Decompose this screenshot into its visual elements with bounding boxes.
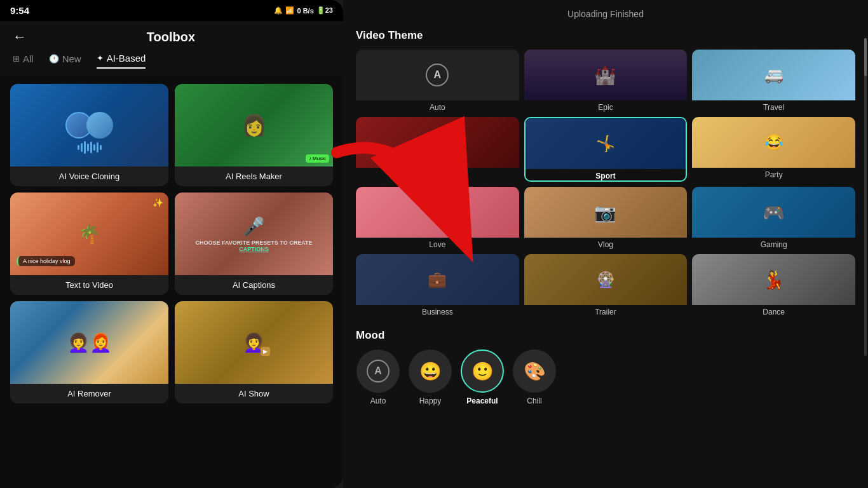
tool-thumb-ai-voice-cloning (10, 84, 168, 166)
theme-thumb-trailer (524, 254, 688, 305)
theme-thumb-party (692, 117, 855, 168)
tool-label-text-to-video: Text to Video (10, 275, 168, 295)
mood-label-auto: Auto (370, 396, 386, 405)
mood-card-auto[interactable]: A Auto (356, 349, 400, 405)
mood-title: Mood (356, 329, 855, 342)
theme-card-party[interactable]: Party (692, 117, 855, 182)
right-panel: Uploading Finished Video Theme A Auto Ep… (343, 0, 868, 488)
tool-label-ai-remover: AI Remover (10, 384, 168, 403)
tool-card-ai-voice-cloning[interactable]: AI Voice Cloning (10, 84, 168, 186)
mood-card-peaceful[interactable]: 🙂 Peaceful (460, 349, 505, 405)
palm-tree-icon: 🌴 (78, 224, 100, 245)
captions-instruction: CHOOSE FAVORITE PRESETS TO CREATE CAPTIO… (181, 240, 327, 252)
reels-person-icon: 👩 (241, 113, 267, 137)
tool-thumb-ai-show: 👩‍🦱 ▶ (175, 301, 333, 384)
theme-thumb-love (356, 187, 519, 238)
theme-label-party: Party (692, 170, 855, 179)
theme-label-trailer: Trailer (524, 308, 688, 316)
theme-label-epic: Epic (524, 103, 688, 112)
sound-wave (26, 141, 153, 154)
theme-thumb-gaming (692, 187, 855, 238)
theme-card-business[interactable]: Business (356, 254, 519, 316)
tool-label-ai-voice-cloning: AI Voice Cloning (10, 166, 168, 186)
theme-thumb-business (356, 254, 519, 305)
music-badge: ♪ Music (306, 154, 329, 163)
themes-grid: A Auto Epic Travel Cinematic (356, 50, 855, 316)
theme-card-trailer[interactable]: Trailer (524, 254, 688, 316)
theme-thumb-dance (692, 254, 855, 305)
theme-card-vlog[interactable]: Vlog (524, 187, 688, 249)
theme-thumb-auto: A (356, 50, 519, 100)
tool-thumb-text-to-video: 🌴 A nice holiday vlog ✨ (10, 193, 168, 275)
upload-status: Uploading Finished (356, 9, 855, 19)
play-badge: ▶ (261, 347, 270, 356)
tab-ai-based[interactable]: ✦ AI-Based (97, 53, 146, 69)
person-icon-1: 👩‍🦱 (67, 332, 90, 353)
tool-label-ai-reels-maker: AI Reels Maker (175, 166, 333, 186)
star-icon: ✦ (97, 53, 104, 63)
tool-thumb-ai-reels-maker: 👩 ♪ Music (175, 84, 333, 166)
theme-card-epic[interactable]: Epic (524, 50, 688, 112)
mood-label-happy: Happy (419, 396, 442, 405)
theme-card-cinematic[interactable]: Cinematic (356, 117, 519, 182)
theme-card-travel[interactable]: Travel (692, 50, 855, 112)
theme-label-love: Love (356, 240, 519, 249)
theme-label-gaming: Gaming (692, 240, 855, 249)
tool-thumb-ai-remover: 👩‍🦱 👩‍🦰 (10, 301, 168, 384)
grid-icon: ⊞ (13, 54, 20, 64)
video-theme-title: Video Theme (356, 29, 855, 42)
theme-label-auto: Auto (356, 103, 519, 112)
theme-card-love[interactable]: Love (356, 187, 519, 249)
theme-label-business: Business (356, 308, 519, 316)
ai-show-person-icon: 👩‍🦱 ▶ (243, 332, 265, 353)
theme-label-vlog: Vlog (524, 240, 688, 249)
mood-circle-auto: A (356, 349, 400, 393)
theme-label-cinematic: Cinematic (356, 170, 519, 179)
mood-circle-peaceful: 🙂 (461, 349, 504, 393)
theme-card-sport[interactable]: Sport (524, 117, 688, 182)
tool-card-ai-remover[interactable]: 👩‍🦱 👩‍🦰 AI Remover (10, 301, 168, 403)
mood-label-peaceful: Peaceful (466, 396, 498, 405)
page-header: ← Toolbox (0, 21, 343, 53)
mood-grid: A Auto 😀 Happy 🙂 Peaceful 🎨 Chill (356, 349, 855, 412)
theme-label-dance: Dance (692, 308, 855, 316)
tool-card-ai-show[interactable]: 👩‍🦱 ▶ AI Show (175, 301, 333, 403)
tabs-bar: ⊞ All 🕐 New ✦ AI-Based (0, 53, 343, 76)
clock-icon: 🕐 (49, 54, 59, 64)
tool-card-text-to-video[interactable]: 🌴 A nice holiday vlog ✨ Text to Video (10, 193, 168, 295)
back-button[interactable]: ← (13, 29, 27, 45)
tool-label-ai-captions: AI Captions (175, 275, 333, 295)
avatar-2 (86, 112, 113, 139)
theme-thumb-travel (692, 50, 855, 100)
tool-thumb-ai-captions: 🎤 CHOOSE FAVORITE PRESETS TO CREATE CAPT… (175, 193, 333, 275)
theme-label-travel: Travel (692, 103, 855, 112)
person-icon-2: 👩‍🦰 (90, 332, 112, 353)
tools-grid: AI Voice Cloning 👩 ♪ Music AI Reels Make… (0, 76, 343, 411)
holiday-badge: A nice holiday vlog (17, 256, 75, 266)
theme-thumb-cinematic (356, 117, 519, 168)
microphone-icon: 🎤 (243, 216, 265, 237)
theme-card-dance[interactable]: Dance (692, 254, 855, 316)
status-icons: 🔔 📶 0 B/s 🔋23 (274, 6, 333, 15)
auto-icon: A (426, 64, 449, 86)
tool-label-ai-show: AI Show (175, 384, 333, 403)
mood-circle-happy: 😀 (409, 349, 452, 393)
mood-label-chill: Chill (527, 396, 541, 405)
mood-card-chill[interactable]: 🎨 Chill (512, 349, 557, 405)
mood-card-happy[interactable]: 😀 Happy (408, 349, 452, 405)
theme-thumb-sport (526, 118, 686, 169)
mood-circle-chill: 🎨 (513, 349, 556, 393)
page-title: Toolbox (37, 30, 305, 44)
sparkle-icon: ✨ (153, 198, 163, 208)
status-bar: 9:54 🔔 📶 0 B/s 🔋23 (0, 0, 343, 21)
tool-card-ai-captions[interactable]: 🎤 CHOOSE FAVORITE PRESETS TO CREATE CAPT… (175, 193, 333, 295)
tool-card-ai-reels-maker[interactable]: 👩 ♪ Music AI Reels Maker (175, 84, 333, 186)
theme-card-gaming[interactable]: Gaming (692, 187, 855, 249)
status-time: 9:54 (10, 5, 29, 16)
tab-all[interactable]: ⊞ All (13, 53, 34, 69)
theme-card-auto[interactable]: A Auto (356, 50, 519, 112)
tab-new[interactable]: 🕐 New (49, 53, 81, 69)
scrollbar-thumb[interactable] (864, 38, 867, 76)
scrollbar-track (864, 38, 867, 356)
phone-panel: 9:54 🔔 📶 0 B/s 🔋23 ← Toolbox ⊞ All 🕐 New… (0, 0, 343, 488)
